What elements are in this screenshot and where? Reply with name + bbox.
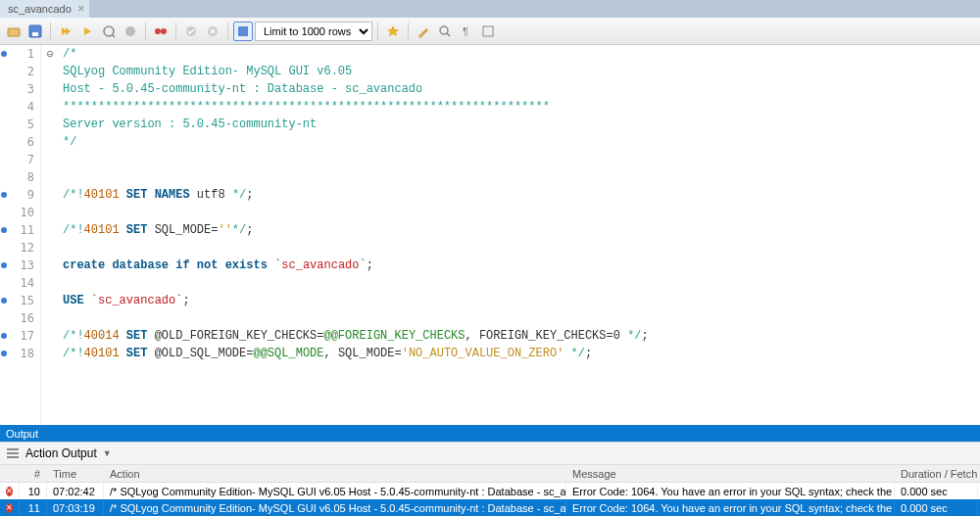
num-cell: 10 bbox=[20, 483, 47, 499]
separator bbox=[50, 23, 51, 40]
separator bbox=[175, 23, 176, 40]
output-list-icon[interactable] bbox=[6, 446, 20, 460]
explain-icon[interactable] bbox=[99, 22, 119, 41]
col-time[interactable]: Time bbox=[47, 465, 104, 482]
tab-sc-avancado[interactable]: sc_avancado ✕ bbox=[0, 0, 89, 18]
stop-icon[interactable] bbox=[151, 22, 171, 41]
rollback-icon[interactable] bbox=[203, 22, 222, 41]
svg-point-9 bbox=[155, 28, 161, 34]
row-limit-select[interactable]: Limit to 1000 rows bbox=[255, 22, 372, 41]
message-cell: Error Code: 1064. You have an error in y… bbox=[566, 499, 895, 516]
svg-line-7 bbox=[112, 34, 115, 37]
chevron-down-icon[interactable]: ▼ bbox=[103, 448, 112, 458]
output-tabs: Action Output ▼ bbox=[0, 442, 980, 465]
col-status[interactable] bbox=[0, 465, 20, 482]
commit-icon[interactable] bbox=[181, 22, 201, 41]
col-action[interactable]: Action bbox=[104, 465, 566, 482]
output-panel-header[interactable]: Output bbox=[0, 425, 980, 442]
svg-point-8 bbox=[125, 26, 135, 36]
open-file-icon[interactable] bbox=[4, 22, 24, 41]
tab-label: sc_avancado bbox=[8, 3, 72, 15]
svg-rect-20 bbox=[7, 452, 19, 454]
output-row[interactable]: ✕1007:02:42/* SQLyog Community Edition- … bbox=[0, 483, 980, 499]
error-icon: ✕ bbox=[6, 503, 13, 513]
svg-rect-0 bbox=[8, 28, 20, 36]
beautify-icon[interactable] bbox=[414, 22, 433, 41]
output-tab-action[interactable]: Action Output bbox=[25, 446, 97, 460]
line-number-gutter: 123456789101112131415161718 bbox=[10, 45, 41, 425]
svg-point-10 bbox=[161, 28, 167, 34]
svg-marker-4 bbox=[66, 27, 71, 35]
svg-line-16 bbox=[447, 33, 450, 36]
output-grid: # Time Action Message Duration / Fetch ✕… bbox=[0, 465, 980, 516]
svg-rect-2 bbox=[32, 32, 38, 36]
code-area[interactable]: /*SQLyog Community Edition- MySQL GUI v6… bbox=[59, 45, 980, 425]
favorite-icon[interactable] bbox=[383, 22, 403, 41]
sql-editor[interactable]: 123456789101112131415161718 ⊖ /*SQLyog C… bbox=[0, 45, 980, 425]
output-grid-header: # Time Action Message Duration / Fetch bbox=[0, 465, 980, 483]
separator bbox=[145, 23, 146, 40]
svg-marker-14 bbox=[387, 25, 399, 36]
tab-bar: sc_avancado ✕ bbox=[0, 0, 980, 18]
breakpoint-gutter[interactable] bbox=[0, 45, 10, 425]
svg-marker-5 bbox=[84, 27, 91, 35]
col-num[interactable]: # bbox=[20, 465, 47, 482]
separator bbox=[408, 23, 409, 40]
col-duration[interactable]: Duration / Fetch bbox=[895, 465, 978, 482]
error-icon: ✕ bbox=[6, 487, 13, 496]
output-row[interactable]: ✕1107:03:19/* SQLyog Community Edition- … bbox=[0, 499, 980, 516]
fold-gutter[interactable]: ⊖ bbox=[41, 45, 59, 425]
duration-cell: 0.000 sec bbox=[895, 483, 978, 499]
toolbar: Limit to 1000 rows ¶ bbox=[0, 18, 980, 45]
num-cell: 11 bbox=[20, 499, 47, 516]
status-cell: ✕ bbox=[0, 483, 20, 499]
close-icon[interactable]: ✕ bbox=[77, 4, 85, 14]
separator bbox=[227, 23, 228, 40]
cancel-icon[interactable] bbox=[121, 22, 140, 41]
col-message[interactable]: Message bbox=[566, 465, 895, 482]
action-cell: /* SQLyog Community Edition- MySQL GUI v… bbox=[104, 483, 566, 499]
time-cell: 07:03:19 bbox=[47, 499, 104, 516]
svg-rect-18 bbox=[483, 26, 493, 36]
svg-rect-21 bbox=[7, 456, 19, 458]
toggle-invisible-icon[interactable]: ¶ bbox=[457, 22, 476, 41]
output-title: Output bbox=[6, 428, 38, 440]
time-cell: 07:02:42 bbox=[47, 483, 104, 499]
duration-cell: 0.000 sec bbox=[895, 499, 978, 516]
save-icon[interactable] bbox=[25, 22, 45, 41]
svg-text:¶: ¶ bbox=[463, 25, 468, 37]
svg-rect-13 bbox=[238, 26, 248, 36]
execute-current-icon[interactable] bbox=[77, 22, 97, 41]
message-cell: Error Code: 1064. You have an error in y… bbox=[566, 483, 895, 499]
find-icon[interactable] bbox=[435, 22, 455, 41]
autocommit-toggle-icon[interactable] bbox=[233, 22, 253, 41]
action-cell: /* SQLyog Community Edition- MySQL GUI v… bbox=[104, 499, 566, 516]
svg-point-15 bbox=[440, 26, 448, 34]
separator bbox=[377, 23, 378, 40]
wrap-icon[interactable] bbox=[478, 22, 498, 41]
status-cell: ✕ bbox=[0, 499, 20, 516]
execute-icon[interactable] bbox=[56, 22, 75, 41]
svg-rect-19 bbox=[7, 448, 19, 450]
